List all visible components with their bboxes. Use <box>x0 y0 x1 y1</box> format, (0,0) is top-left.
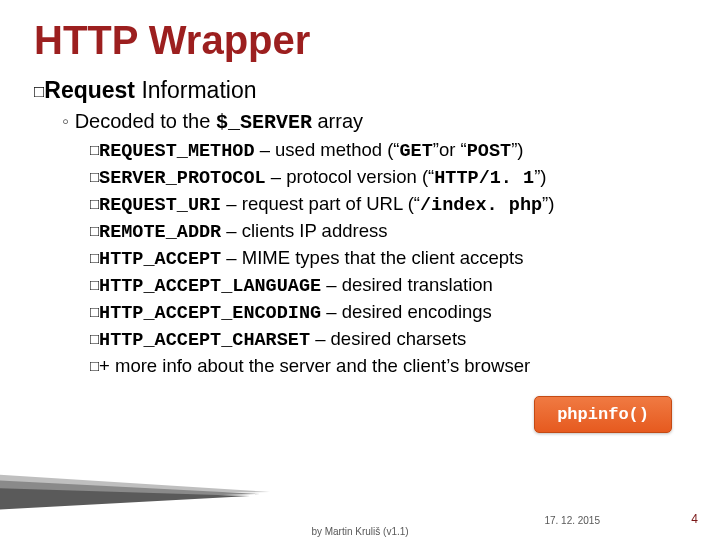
list-item: □REMOTE_ADDR – clients IP address <box>90 219 686 246</box>
list-item: □REQUEST_URI – request part of URL (“/in… <box>90 192 686 219</box>
item-text: + more info about the server and the cli… <box>99 355 530 376</box>
slide: HTTP Wrapper □Request Information ◦ Deco… <box>0 0 720 540</box>
list-item: □SERVER_PROTOCOL – protocol version (“HT… <box>90 165 686 192</box>
footer-author: by Martin Kruliš (v1.1) <box>0 526 720 537</box>
svg-marker-1 <box>0 480 260 502</box>
list-item: □HTTP_ACCEPT_LANGUAGE – desired translat… <box>90 273 686 300</box>
item-tail: ”) <box>511 139 523 160</box>
item-code: REMOTE_ADDR <box>99 222 221 243</box>
sub-pre: Decoded to the <box>75 110 216 132</box>
sub-code: $_SERVER <box>216 111 312 134</box>
item-mid: ”or “ <box>433 139 467 160</box>
footer-slide-number: 4 <box>691 512 698 526</box>
item-code2: GET <box>400 141 433 162</box>
item-code3: POST <box>467 141 511 162</box>
sub-post: array <box>312 110 363 132</box>
bullet-square-icon: □ <box>90 275 99 295</box>
sub-marker: ◦ <box>62 110 69 132</box>
item-text: – used method (“ <box>255 139 400 160</box>
item-text: – protocol version (“ <box>266 166 435 187</box>
decorative-wedge-icon <box>0 474 270 514</box>
item-code2: /index. php <box>420 195 542 216</box>
item-code: SERVER_PROTOCOL <box>99 168 266 189</box>
item-code: REQUEST_URI <box>99 195 221 216</box>
item-code: HTTP_ACCEPT_ENCODING <box>99 303 321 324</box>
item-text: – desired encodings <box>321 301 492 322</box>
bullet-square-icon: □ <box>90 356 99 376</box>
list-item: □HTTP_ACCEPT – MIME types that the clien… <box>90 246 686 273</box>
heading-rest: Information <box>135 77 256 103</box>
bullet-square-icon: □ <box>90 248 99 268</box>
list-item: □+ more info about the server and the cl… <box>90 354 686 379</box>
item-text: – desired translation <box>321 274 493 295</box>
item-list: □REQUEST_METHOD – used method (“GET”or “… <box>90 138 686 379</box>
item-code2: HTTP/1. 1 <box>434 168 534 189</box>
item-text: – desired charsets <box>310 328 466 349</box>
slide-title: HTTP Wrapper <box>34 18 686 63</box>
bullet-square-icon: □ <box>90 140 99 160</box>
item-text: – request part of URL (“ <box>221 193 420 214</box>
section-heading: □Request Information <box>34 77 686 104</box>
footer-date: 17. 12. 2015 <box>544 515 600 526</box>
bullet-square-icon: □ <box>90 302 99 322</box>
list-item: □HTTP_ACCEPT_CHARSET – desired charsets <box>90 327 686 354</box>
svg-marker-2 <box>0 488 250 510</box>
list-item: □REQUEST_METHOD – used method (“GET”or “… <box>90 138 686 165</box>
item-code: REQUEST_METHOD <box>99 141 254 162</box>
bullet-square-icon: □ <box>90 167 99 187</box>
item-text: – clients IP address <box>221 220 387 241</box>
item-text: – MIME types that the client accepts <box>221 247 523 268</box>
bullet-square-icon: □ <box>90 329 99 349</box>
item-code: HTTP_ACCEPT <box>99 249 221 270</box>
item-mid: ”) <box>534 166 546 187</box>
item-mid: ”) <box>542 193 554 214</box>
callout-text: phpinfo() <box>557 405 649 424</box>
item-code: HTTP_ACCEPT_LANGUAGE <box>99 276 321 297</box>
item-code: HTTP_ACCEPT_CHARSET <box>99 330 310 351</box>
subheading: ◦ Decoded to the $_SERVER array <box>62 110 686 134</box>
bullet-square-icon: □ <box>90 194 99 214</box>
svg-marker-0 <box>0 474 270 496</box>
bullet-square-icon: □ <box>90 221 99 241</box>
heading-bold: Request <box>44 77 135 103</box>
callout-box: phpinfo() <box>534 396 672 433</box>
list-item: □HTTP_ACCEPT_ENCODING – desired encoding… <box>90 300 686 327</box>
bullet-square-icon: □ <box>34 82 44 102</box>
